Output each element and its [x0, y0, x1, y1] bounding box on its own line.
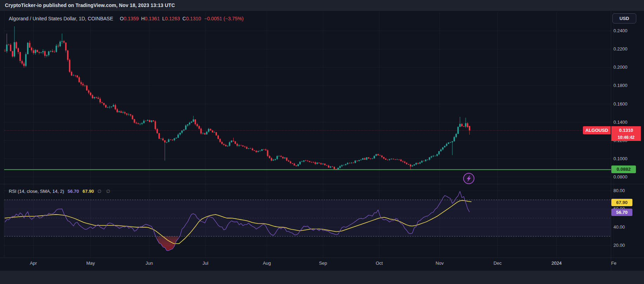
time-axis-label: Apr [30, 261, 37, 266]
rsi-header: RSI (14, close, SMA, 14, 2)56.7067.90∅ ∅ [9, 188, 112, 194]
countdown-tag: 10:46:42 [611, 134, 641, 141]
rsi-value: 56.70 [68, 189, 79, 194]
price-axis-label: 0.1400 [613, 120, 642, 125]
change-value: −0.0051 (−3.75%) [204, 16, 244, 21]
price-chart[interactable] [0, 11, 644, 271]
time-axis-label: Jul [203, 261, 209, 266]
rsi-ma-value: 67.90 [83, 189, 94, 194]
price-axis-label: 0.1000 [613, 156, 642, 162]
lightning-badge[interactable] [464, 173, 474, 184]
ohlc-open-label: O [120, 16, 124, 21]
rsi-axis-label: 40.00 [613, 224, 642, 230]
symbol-title[interactable]: Algorand / United States Dollar, 1D, COI… [9, 16, 113, 21]
time-axis-label: Dec [493, 261, 501, 266]
last-price-tag: 0.1310 [611, 126, 641, 134]
rsi-null-values: ∅ ∅ [98, 189, 112, 194]
ohlc-close-value: 0.1310 [186, 16, 201, 21]
ohlc-close-label: C [183, 16, 186, 21]
ohlc-high-label: H [141, 16, 145, 21]
time-axis-label: Fe [611, 261, 616, 266]
price-axis-label: 0.2400 [613, 28, 642, 34]
ohlc-open-value: 0.1359 [124, 16, 139, 21]
price-axis-label: 0.0800 [613, 174, 642, 180]
time-axis-label: Nov [435, 261, 443, 266]
time-axis-label: May [86, 261, 95, 266]
rsi-axis-label: 20.00 [613, 243, 642, 248]
symbol-header: Algorand / United States Dollar, 1D, COI… [9, 15, 244, 22]
rsi-value-tag: 56.70 [611, 209, 632, 216]
price-axis-label: 0.2200 [613, 46, 642, 52]
top-attribution-bar: CryptoTicker-io published on TradingView… [0, 0, 644, 11]
time-axis-label: Sep [319, 261, 327, 266]
ohlc-low-value: 0.1263 [165, 16, 180, 21]
symbol-price-tag: ALGOUSD [583, 126, 611, 134]
footer-bar: TradingView [0, 271, 644, 284]
time-axis-label: Aug [263, 261, 271, 266]
rsi-ma-tag: 67.90 [611, 199, 632, 206]
ohlc-high-value: 0.1361 [145, 16, 160, 21]
time-axis-label: Jun [146, 261, 153, 266]
ohlc-low-label: L [162, 16, 165, 21]
rsi-title[interactable]: RSI (14, close, SMA, 14, 2) [9, 189, 64, 194]
rsi-axis-label: 80.00 [613, 188, 642, 194]
price-axis-label: 0.2000 [613, 65, 642, 70]
attribution-text: CryptoTicker-io published on TradingView… [5, 0, 175, 11]
currency-button[interactable]: USD [612, 13, 636, 23]
support-price-tag: 0.0882 [611, 165, 636, 173]
price-axis-label: 0.1600 [613, 101, 642, 107]
price-axis-label: 0.1800 [613, 83, 642, 88]
time-axis-label: 2024 [552, 261, 562, 266]
time-axis-label: Oct [376, 261, 383, 266]
